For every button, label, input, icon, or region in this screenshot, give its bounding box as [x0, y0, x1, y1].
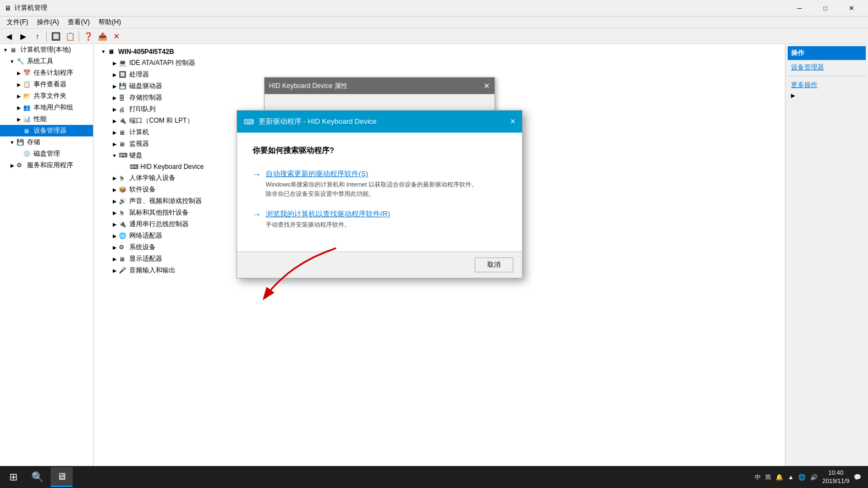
tree-node-devmgr[interactable]: 🖥 设备管理器	[0, 125, 93, 136]
menu-view[interactable]: 查看(V)	[63, 17, 94, 28]
node-label: 性能	[34, 114, 47, 124]
toolbar-forward[interactable]: ▶	[17, 30, 30, 42]
auto-arrow-icon: →	[252, 169, 261, 179]
expand-icon: ▶	[111, 221, 118, 228]
expand-icon: ▶	[111, 118, 118, 124]
update-keyboard-icon: ⌨	[244, 118, 254, 126]
start-button[interactable]: ⊞	[2, 467, 24, 487]
node-label: 显示适配器	[129, 254, 162, 264]
menu-action[interactable]: 操作(A)	[32, 17, 63, 28]
update-option-auto[interactable]: → 自动搜索更新的驱动程序软件(S) Windows将搜索你的计算机和 Inte…	[252, 169, 507, 198]
taskbar-clock[interactable]: 10:40 2019/11/9	[822, 469, 849, 486]
sysdev-icon: ⚙	[119, 243, 128, 252]
expand-icon: ▼	[111, 152, 118, 159]
notification-center-icon[interactable]: 💬	[854, 474, 861, 481]
tree-node-event[interactable]: ▶ 📋 事件查看器	[0, 79, 93, 90]
software-icon: 📦	[119, 185, 128, 194]
usb-icon: 🔌	[119, 220, 128, 229]
left-panel: ▼ 🖥 计算机管理(本地) ▼ 🔧 系统工具 ▶ 📅 任务计划程序 ▶ 📋 事件…	[0, 44, 94, 466]
node-label: 计算机管理(本地)	[20, 45, 71, 54]
node-label: 通用串行总线控制器	[129, 220, 189, 229]
tree-node-perf[interactable]: ▶ 📊 性能	[0, 113, 93, 125]
tree-node-task[interactable]: ▶ 📅 任务计划程序	[0, 67, 93, 79]
toolbar-help[interactable]: ❓	[81, 30, 95, 42]
node-label: 系统设备	[129, 243, 156, 252]
print-icon: 🖨	[119, 105, 128, 114]
tree-node-storage[interactable]: ▼ 💾 存储	[0, 136, 93, 148]
update-title-text: 更新驱动程序 - HID Keyboard Device	[259, 117, 377, 127]
toolbar-up[interactable]: ↑	[31, 30, 44, 42]
node-label: 设备管理器	[34, 126, 67, 135]
network-icon: 🌐	[798, 474, 806, 481]
close-button[interactable]: ✕	[839, 0, 864, 17]
toolbar-export[interactable]: 📤	[96, 30, 109, 42]
expand-icon	[15, 128, 22, 134]
search-button[interactable]: 🔍	[26, 467, 48, 487]
clock-date: 2019/11/9	[822, 477, 849, 485]
node-label: 打印队列	[129, 105, 156, 114]
network-icon: 🌐	[119, 232, 128, 240]
right-panel-title: 操作	[788, 46, 866, 60]
update-dialog-body: 你要如何搜索驱动程序? → 自动搜索更新的驱动程序软件(S) Windows将搜…	[237, 133, 522, 251]
tree-node-systools[interactable]: ▼ 🔧 系统工具	[0, 56, 93, 67]
monitor-icon: 🖥	[119, 140, 128, 149]
update-cancel-button[interactable]: 取消	[475, 257, 513, 272]
input-method-indicator: 简	[765, 473, 771, 481]
node-label: 服务和应用程序	[27, 161, 73, 170]
center-root[interactable]: ▼ 🖥 WIN-405P4I5T42B	[98, 46, 781, 57]
right-panel-more[interactable]: 更多操作	[788, 79, 866, 91]
toolbar-back[interactable]: ◀	[2, 30, 15, 42]
expand-icon: ▶	[111, 95, 118, 101]
lang-indicator: 中	[755, 473, 761, 481]
expand-icon: ▶	[111, 129, 118, 136]
expand-icon: ▶	[111, 233, 118, 239]
properties-close-button[interactable]: ✕	[484, 81, 490, 90]
taskbar-app-devmgr[interactable]: 🖥	[51, 467, 73, 487]
node-label: IDE ATA/ATAPI 控制器	[129, 58, 195, 68]
auto-option-title[interactable]: 自动搜索更新的驱动程序软件(S)	[266, 169, 477, 179]
minimize-button[interactable]: ─	[787, 0, 812, 17]
audioio-icon: 🎤	[119, 266, 128, 275]
browse-option-desc: 手动查找并安装驱动程序软件。	[266, 220, 390, 229]
expand-icon: ▶	[111, 83, 118, 90]
tree-node-shared[interactable]: ▶ 📂 共享文件夹	[0, 90, 93, 102]
node-label: 磁盘驱动器	[129, 81, 162, 91]
storage-icon: 💾	[17, 138, 25, 147]
expand-icon: ▼	[9, 58, 15, 65]
browse-option-content: 浏览我的计算机以查找驱动程序软件(R) 手动查找并安装驱动程序软件。	[266, 209, 390, 229]
update-option-browse[interactable]: → 浏览我的计算机以查找驱动程序软件(R) 手动查找并安装驱动程序软件。	[252, 209, 507, 229]
tree-node-disk[interactable]: 💿 磁盘管理	[0, 148, 93, 160]
node-label: 监视器	[129, 139, 149, 149]
node-label: 网络适配器	[129, 231, 162, 240]
toolbar-delete[interactable]: ✕	[110, 30, 123, 42]
center-node-ide[interactable]: ▶ 💻 IDE ATA/ATAPI 控制器	[98, 57, 781, 69]
audio-icon: 🔊	[119, 197, 128, 206]
tree-node-svcapps[interactable]: ▶ ⚙ 服务和应用程序	[0, 160, 93, 171]
cpu-icon: 🔲	[119, 70, 128, 79]
node-label: 处理器	[129, 70, 149, 79]
expand-icon: ▼	[2, 47, 9, 53]
menu-help[interactable]: 帮助(H)	[94, 17, 125, 28]
title-bar: 🖥 计算机管理 ─ □ ✕	[0, 0, 868, 17]
node-label: 存储控制器	[129, 93, 162, 102]
computer-icon: 🖥	[10, 46, 19, 54]
node-label: 任务计划程序	[34, 68, 73, 78]
right-panel-devmgr[interactable]: 设备管理器	[788, 61, 866, 74]
disk-icon: 💾	[119, 82, 128, 91]
toolbar-properties[interactable]: 📋	[63, 30, 76, 42]
expand-icon: ▶	[111, 141, 118, 147]
expand-icon	[122, 163, 129, 170]
event-icon: 📋	[23, 80, 32, 89]
computer-icon: 🖥	[108, 47, 117, 56]
tree-node-local[interactable]: ▼ 🖥 计算机管理(本地)	[0, 44, 93, 56]
toolbar-show-hide[interactable]: 🔲	[49, 30, 62, 42]
tree-node-localusers[interactable]: ▶ 👥 本地用户和组	[0, 102, 93, 113]
browse-option-title[interactable]: 浏览我的计算机以查找驱动程序软件(R)	[266, 209, 390, 219]
node-label: 共享文件夹	[34, 91, 67, 101]
menu-bar: 文件(F) 操作(A) 查看(V) 帮助(H)	[0, 17, 868, 29]
update-dialog-close-button[interactable]: ×	[510, 117, 515, 127]
keyboard-icon: ⌨	[119, 151, 128, 160]
maximize-button[interactable]: □	[813, 0, 838, 17]
expand-icon: ▶	[15, 81, 22, 88]
menu-file[interactable]: 文件(F)	[2, 17, 32, 28]
